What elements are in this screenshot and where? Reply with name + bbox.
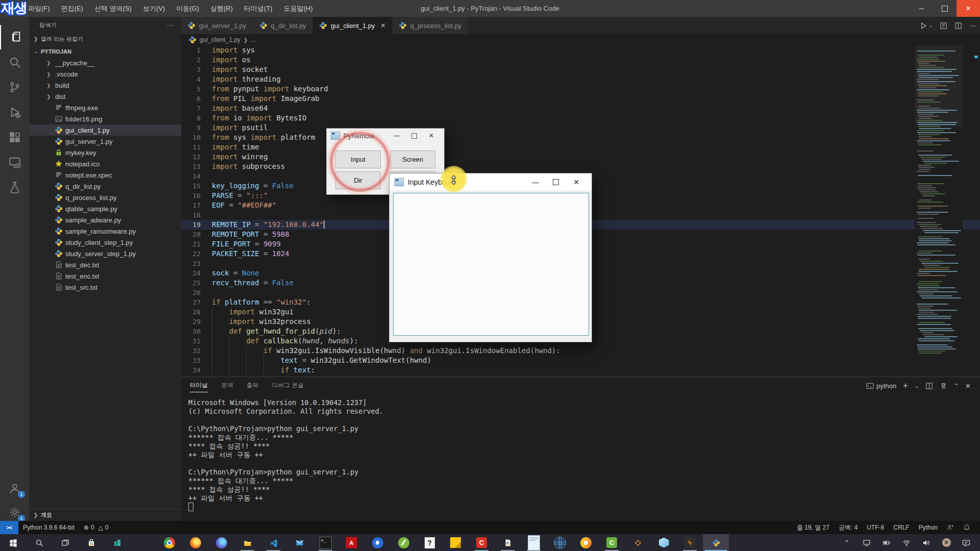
taskbar-python-app-icon[interactable] [703,534,729,551]
taskbar-python-file-icon[interactable] [495,534,521,551]
tray-tray-expand-icon[interactable]: ⌃ [841,537,852,548]
file-notept.exe.spec[interactable]: notept.exe.spec [29,169,181,181]
taskbar-search-icon[interactable] [26,534,52,551]
menu-H[interactable]: 도움말(H) [279,3,317,15]
taskbar-notepad-icon[interactable] [521,534,547,551]
menu-T[interactable]: 터미널(T) [239,3,277,15]
code-line-4[interactable]: 4import threading [181,74,980,84]
input-keyboard-window[interactable]: Input Keyboard — ✕ [389,173,592,342]
menu-R[interactable]: 실행(R) [206,3,237,15]
taskbar-help-icon[interactable]: ? [416,534,443,551]
menu-V[interactable]: 보기(V) [138,3,169,15]
menu-S[interactable]: 선택 영역(S) [90,3,136,15]
remote-indicator[interactable]: >< [0,521,18,534]
cursor-position[interactable]: 줄 19, 열 27 [792,523,834,532]
taskbar-edge-icon[interactable] [130,534,156,551]
file-test_src.txt[interactable]: test_src.txt [29,282,181,293]
file-sample_ransomware.py[interactable]: sample_ransomware.py [29,226,181,237]
close-panel-icon[interactable]: ✕ [965,382,971,390]
file-gui_client_1.py[interactable]: gui_client_1.py [29,124,181,136]
activity-account-icon[interactable]: 1 [0,476,29,500]
activity-explorer-icon[interactable] [0,25,30,49]
close-tab-icon[interactable]: ✕ [381,22,386,29]
sidebar-more-icon[interactable]: ··· [167,22,174,28]
more-actions-icon[interactable]: ⋯ [969,22,976,30]
taskbar-snagit-icon[interactable]: C [599,534,625,551]
split-terminal-icon[interactable] [925,382,933,390]
taskbar-mail-icon[interactable] [286,534,312,551]
screen-button[interactable]: Screen [390,151,435,168]
code-line-34[interactable]: 34if text: [181,365,980,375]
taskbar-chrome-icon[interactable] [156,534,182,551]
menu-F[interactable]: 파일(F) [23,3,55,15]
encoding[interactable]: UTF-8 [862,524,889,531]
file-sample_adware.py[interactable]: sample_adware.py [29,214,181,226]
code-line-12[interactable]: 12import winreg [181,152,980,162]
file-__pycache__[interactable]: ❯__pycache__ [29,57,181,68]
code-line-8[interactable]: 8from io import BytesIO [181,113,980,123]
code-line-32[interactable]: 32if win32gui.IsWindowVisible(hwnd) and … [181,346,980,356]
new-terminal-icon[interactable]: + [903,381,908,390]
panel-tab-디버그 콘솔[interactable]: 디버그 콘솔 [272,382,304,392]
file-test_enc.txt[interactable]: test_enc.txt [29,270,181,282]
open-changes-icon[interactable] [940,22,947,30]
file-study_client_step_1.py[interactable]: study_client_step_1.py [29,237,181,248]
file-q_dir_list.py[interactable]: q_dir_list.py [29,181,181,192]
pyremote-close-icon[interactable]: ✕ [423,129,440,142]
activity-extensions-icon[interactable] [0,125,29,149]
taskbar-android-studio-icon[interactable] [390,534,416,551]
keyboard-close-icon[interactable]: ✕ [566,174,586,190]
file-qtable_sample.py[interactable]: qtable_sample.py [29,203,181,214]
kill-terminal-icon[interactable] [940,382,947,390]
tray-volume-icon[interactable] [921,537,932,548]
pyremote-minimize-icon[interactable]: — [388,129,405,142]
code-line-3[interactable]: 3import socket [181,65,980,74]
close-button[interactable]: ✕ [957,0,980,17]
project-section-header[interactable]: ⌄ PYTROJAN [29,45,181,57]
activity-testing-icon[interactable] [0,175,29,199]
taskbar-file-explorer-icon[interactable] [234,534,260,551]
taskbar-sharex-icon[interactable]: ϟ [677,534,703,551]
tray-battery-icon[interactable] [881,537,892,548]
activity-search-icon[interactable] [0,50,29,74]
file-folder16.png[interactable]: folder16.png [29,113,181,124]
indentation[interactable]: 공백: 4 [834,523,862,532]
file-mykey.key[interactable]: mykey.key [29,147,181,158]
taskbar-start-icon[interactable] [0,534,26,551]
taskbar-connections-icon[interactable] [625,534,651,551]
panel-tab-출력[interactable]: 출력 [247,382,259,392]
maximize-button[interactable] [933,0,957,17]
breadcrumb[interactable]: gui_client_1.py ❯ ... [181,34,980,45]
taskbar-store-icon[interactable] [78,534,104,551]
taskbar-terminal-icon[interactable]: >_ [312,534,338,551]
keyboard-text-area[interactable] [393,193,589,336]
eol-sequence[interactable]: CRLF [889,524,914,531]
notifications-bell-icon[interactable] [959,524,975,531]
menu-G[interactable]: 이동(G) [172,3,204,15]
keyboard-title-bar[interactable]: Input Keyboard — ✕ [389,173,592,190]
language-mode[interactable]: Python [914,524,942,531]
taskbar-firefox-icon[interactable] [182,534,208,551]
code-line-33[interactable]: 33text = win32gui.GetWindowText(hwnd) [181,356,980,365]
minimize-button[interactable]: ─ [910,0,933,17]
maximize-panel-icon[interactable]: ⌃ [954,383,959,389]
file-q_process_list.py[interactable]: q_process_list.py [29,192,181,203]
taskbar-acrobat-icon[interactable]: A [338,534,364,551]
feedback-icon[interactable] [942,524,959,531]
code-line-10[interactable]: 10from sys import platform [181,133,980,142]
tray-cast-icon[interactable] [861,537,872,548]
taskbar-camtasia-icon[interactable]: C [469,534,495,551]
code-line-2[interactable]: 2import os [181,55,980,65]
taskbar-mixed-reality-icon[interactable] [651,534,677,551]
taskbar-sticky-notes-icon[interactable] [443,534,469,551]
pyremote-maximize-icon[interactable] [405,129,423,142]
file-gui_server_1.py[interactable]: gui_server_1.py [29,136,181,147]
file-study_server_step_1.py[interactable]: study_server_step_1.py [29,248,181,259]
code-line-13[interactable]: 13import subprocess [181,162,980,171]
outline-section-header[interactable]: ❯ 개요 [29,509,184,521]
minimap[interactable] [915,45,963,377]
file-dist[interactable]: ❯dist [29,91,181,102]
taskbar-maps-icon[interactable] [364,534,390,551]
code-line-11[interactable]: 11import time [181,142,980,152]
taskbar-browser-icon[interactable] [573,534,599,551]
